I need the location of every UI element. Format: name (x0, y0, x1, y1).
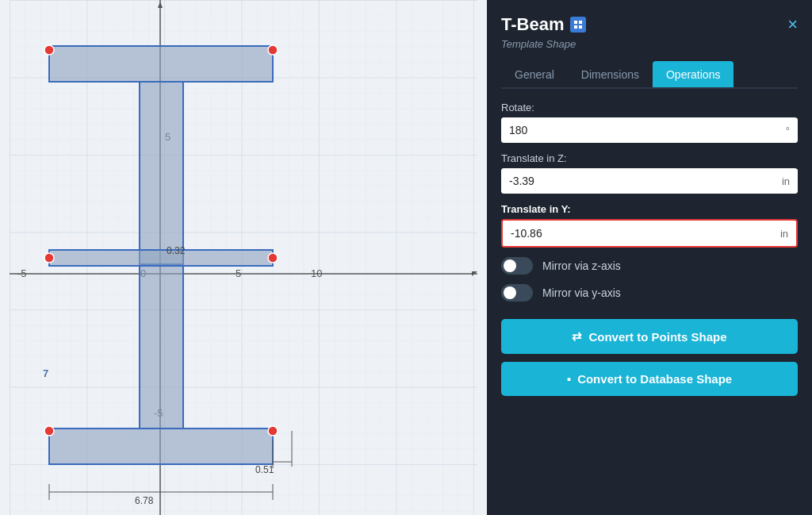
mirror-z-toggle[interactable] (501, 257, 533, 275)
translate-z-label: Translate in Z: (501, 152, 798, 164)
translate-z-input-row: in (501, 168, 798, 194)
svg-rect-36 (579, 25, 582, 29)
canvas-grid: 5 -5 0 5 10 -5 0.32 7 0.51 (0, 0, 487, 515)
convert-points-button[interactable]: ⇄ Convert to Points Shape (501, 319, 798, 354)
translate-z-field-group: Translate in Z: in (501, 152, 798, 194)
translate-z-unit: in (774, 169, 798, 194)
svg-text:6.78: 6.78 (135, 495, 154, 506)
rotate-input-row: ° (501, 117, 798, 143)
right-panel: T-Beam × Template Shape General Dimensio… (487, 0, 812, 515)
convert-db-label: Convert to Database Shape (577, 372, 732, 386)
translate-y-field-group: Translate in Y: in (501, 203, 798, 248)
mirror-y-toggle[interactable] (501, 284, 533, 302)
template-icon (570, 17, 586, 33)
translate-z-input[interactable] (501, 168, 774, 194)
tab-dimensions[interactable]: Dimensions (568, 61, 653, 87)
mirror-z-label: Mirror via z-axis (542, 259, 621, 272)
canvas-area: 5 -5 0 5 10 -5 0.32 7 0.51 (0, 0, 487, 515)
mirror-z-toggle-row: Mirror via z-axis (501, 257, 798, 275)
svg-text:5: 5 (236, 267, 241, 279)
translate-y-unit: in (772, 221, 796, 246)
panel-title-row: T-Beam (501, 14, 586, 35)
svg-point-20 (268, 253, 278, 263)
svg-rect-12 (49, 46, 273, 82)
svg-point-17 (44, 45, 54, 55)
close-button[interactable]: × (787, 16, 798, 33)
svg-rect-13 (140, 82, 183, 264)
svg-rect-35 (574, 25, 577, 29)
svg-text:7: 7 (43, 367, 48, 379)
svg-rect-33 (574, 21, 577, 24)
panel-subtitle: Template Shape (501, 38, 798, 50)
convert-points-label: Convert to Points Shape (588, 330, 726, 344)
rotate-label: Rotate: (501, 102, 798, 113)
tab-general[interactable]: General (501, 61, 568, 87)
svg-text:0.32: 0.32 (167, 245, 186, 256)
svg-text:0.51: 0.51 (255, 464, 274, 475)
svg-rect-14 (49, 250, 273, 266)
svg-rect-15 (140, 266, 183, 429)
svg-point-22 (268, 426, 278, 436)
tab-operations[interactable]: Operations (653, 61, 733, 87)
translate-y-input-row: in (501, 219, 798, 248)
panel-header: T-Beam × (501, 14, 798, 35)
mirror-y-toggle-row: Mirror via y-axis (501, 284, 798, 302)
panel-title: T-Beam (501, 14, 564, 35)
translate-y-label: Translate in Y: (501, 203, 798, 215)
svg-rect-34 (579, 21, 582, 24)
convert-db-icon: ▪ (567, 372, 571, 386)
svg-point-21 (44, 426, 54, 436)
rotate-field-group: Rotate: ° (501, 102, 798, 143)
rotate-input[interactable] (501, 117, 778, 143)
svg-text:-5: -5 (17, 267, 27, 279)
svg-point-18 (268, 45, 278, 55)
svg-rect-16 (49, 429, 273, 464)
svg-point-19 (44, 253, 54, 263)
svg-text:10: 10 (311, 267, 322, 279)
convert-points-icon: ⇄ (572, 329, 582, 344)
tabs-container: General Dimensions Operations (501, 61, 798, 89)
translate-y-input[interactable] (503, 221, 772, 246)
mirror-y-label: Mirror via y-axis (542, 286, 621, 299)
convert-database-button[interactable]: ▪ Convert to Database Shape (501, 362, 798, 396)
rotate-unit: ° (778, 118, 798, 143)
